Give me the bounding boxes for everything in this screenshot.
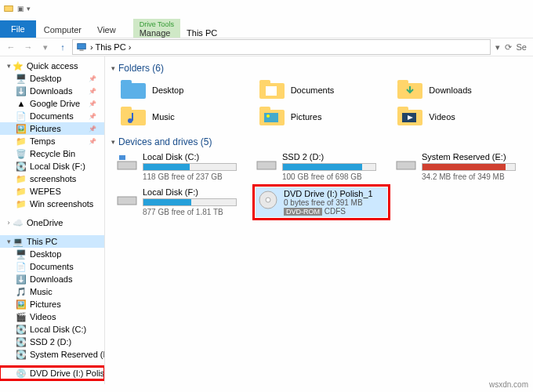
caret-down-icon[interactable]: ▾ bbox=[111, 138, 115, 146]
navigation-pane: ▾ ⭐ Quick access 🖥️Desktop ⬇️Downloads ▲… bbox=[0, 56, 105, 384]
dropdown-icon[interactable]: ▾ bbox=[495, 42, 500, 53]
sidebar-onedrive[interactable]: ›☁️OneDrive bbox=[0, 216, 104, 229]
quick-access-toolbar: ▣ ▾ bbox=[17, 5, 31, 13]
nav-recent-dropdown[interactable]: ▾ bbox=[38, 39, 53, 55]
sidebar-pc-documents[interactable]: 📄Documents bbox=[0, 260, 104, 273]
tab-computer[interactable]: Computer bbox=[36, 22, 89, 38]
sidebar-pc-ssd2[interactable]: 💽SSD 2 (D:) bbox=[0, 336, 104, 348]
sidebar-pc-videos[interactable]: 🎬Videos bbox=[0, 310, 104, 323]
folder-desktop[interactable]: Desktop bbox=[119, 78, 250, 102]
svg-rect-19 bbox=[397, 107, 408, 111]
sidebar-quick-access[interactable]: ▾ ⭐ Quick access bbox=[0, 60, 104, 72]
sidebar-item-desktop[interactable]: 🖥️Desktop bbox=[0, 72, 104, 85]
sidebar-item-temps[interactable]: 📁Temps bbox=[0, 135, 104, 147]
sidebar-item-documents[interactable]: 📄Documents bbox=[0, 110, 104, 122]
caret-down-icon[interactable]: ▾ bbox=[5, 62, 13, 70]
nav-back-button[interactable]: ← bbox=[3, 39, 19, 55]
drive-sysreserved[interactable]: System Reserved (E:) 34.2 MB free of 349… bbox=[395, 152, 527, 181]
sidebar-pc-localdisk-c[interactable]: 💽Local Disk (C:) bbox=[0, 323, 104, 336]
usage-bar bbox=[282, 163, 376, 171]
search-label[interactable]: Se bbox=[517, 42, 527, 53]
sidebar-pc-music[interactable]: 🎵Music bbox=[0, 285, 104, 298]
pc-icon bbox=[76, 42, 87, 53]
tab-manage[interactable]: Manage bbox=[140, 28, 174, 38]
star-icon: ⭐ bbox=[13, 60, 24, 71]
svg-rect-25 bbox=[397, 162, 415, 169]
caret-right-icon[interactable]: › bbox=[5, 219, 13, 227]
svg-rect-2 bbox=[79, 50, 83, 51]
sidebar-item-winscreenshots[interactable]: 📁Win screenshots bbox=[0, 198, 104, 210]
sidebar-item-recyclebin[interactable]: 🗑️Recycle Bin bbox=[0, 147, 104, 160]
group-drives[interactable]: ▾ Devices and drives (5) bbox=[111, 136, 527, 147]
folder-pictures[interactable]: Pictures bbox=[258, 105, 389, 129]
drive-icon: 💽 bbox=[16, 161, 27, 172]
usage-bar bbox=[143, 163, 237, 171]
qat-props-icon[interactable]: ▣ bbox=[17, 5, 24, 13]
tab-file[interactable]: File bbox=[0, 20, 36, 38]
sidebar-item-pictures[interactable]: 🖼️Pictures bbox=[0, 122, 104, 135]
attribution: wsxdn.com bbox=[489, 380, 528, 389]
svg-rect-9 bbox=[397, 80, 408, 85]
ribbon: File Computer View Drive Tools Manage Th… bbox=[0, 17, 533, 38]
svg-rect-16 bbox=[264, 113, 278, 122]
sidebar-pc-dvd[interactable]: 💿DVD Drive (I:) Polish bbox=[0, 367, 104, 379]
sidebar-this-pc[interactable]: ▾💻This PC bbox=[0, 235, 104, 248]
nav-up-button[interactable]: ↑ bbox=[55, 39, 71, 55]
sidebar-item-screenshots[interactable]: 📁screenshots bbox=[0, 172, 104, 185]
group-folders[interactable]: ▾ Folders (6) bbox=[111, 63, 527, 74]
svg-rect-26 bbox=[118, 197, 136, 205]
svg-rect-6 bbox=[259, 80, 270, 85]
sidebar-pc-pictures[interactable]: 🖼️Pictures bbox=[0, 298, 104, 310]
address-bar: ← → ▾ ↑ › This PC › ▾ ⟳ Se bbox=[0, 38, 533, 56]
nav-forward-button[interactable]: → bbox=[20, 39, 36, 55]
drive-local-c[interactable]: Local Disk (C:) 118 GB free of 237 GB bbox=[116, 152, 248, 181]
folder-icon: 📁 bbox=[16, 136, 27, 147]
pictures-icon: 🖼️ bbox=[16, 299, 27, 310]
folder-videos[interactable]: Videos bbox=[396, 105, 527, 129]
refresh-icon[interactable]: ⟳ bbox=[505, 42, 512, 53]
downloads-icon: ⬇️ bbox=[16, 274, 27, 285]
pc-icon: 💻 bbox=[13, 236, 24, 247]
drive-dvd[interactable]: DVD Drive (I:) Polish_1 0 bytes free of … bbox=[256, 187, 387, 217]
contextual-tab-drive-tools[interactable]: Drive Tools Manage bbox=[133, 19, 180, 38]
folder-icon: 📁 bbox=[16, 173, 27, 184]
sidebar-item-wepes[interactable]: 📁WEPES bbox=[0, 185, 104, 198]
drive-local-f[interactable]: Local Disk (F:) 877 GB free of 1.81 TB bbox=[116, 187, 248, 217]
sidebar-pc-sysreserved[interactable]: 💽System Reserved (E:) bbox=[0, 348, 104, 361]
downloads-icon: ⬇️ bbox=[16, 85, 27, 96]
desktop-folder-icon bbox=[119, 78, 147, 102]
folder-music[interactable]: Music bbox=[119, 105, 250, 129]
hdd-icon bbox=[116, 152, 138, 174]
tab-view[interactable]: View bbox=[89, 22, 124, 38]
folder-downloads[interactable]: Downloads bbox=[396, 78, 527, 102]
svg-rect-13 bbox=[132, 113, 133, 121]
pictures-folder-icon bbox=[258, 105, 286, 129]
sidebar-item-localdisk-f[interactable]: 💽Local Disk (F:) bbox=[0, 160, 104, 172]
svg-point-17 bbox=[266, 114, 270, 118]
svg-rect-24 bbox=[257, 162, 276, 169]
hdd-icon bbox=[116, 187, 138, 209]
sidebar-pc-downloads[interactable]: ⬇️Downloads bbox=[0, 273, 104, 285]
caret-down-icon[interactable]: ▾ bbox=[111, 64, 115, 72]
hdd-icon bbox=[256, 152, 277, 174]
context-group-label: Drive Tools bbox=[140, 20, 174, 28]
dvd-rom-tag: DVD-ROM bbox=[284, 208, 322, 216]
folder-documents[interactable]: Documents bbox=[258, 78, 389, 102]
recyclebin-icon: 🗑️ bbox=[16, 148, 27, 159]
desktop-icon: 🖥️ bbox=[16, 249, 27, 260]
svg-point-28 bbox=[266, 198, 270, 202]
videos-folder-icon bbox=[396, 105, 424, 129]
sidebar-item-downloads[interactable]: ⬇️Downloads bbox=[0, 85, 104, 97]
sidebar-pc-desktop[interactable]: 🖥️Desktop bbox=[0, 248, 104, 260]
sidebar-item-googledrive[interactable]: ▲Google Drive bbox=[0, 97, 104, 110]
svg-rect-7 bbox=[266, 86, 277, 96]
svg-rect-23 bbox=[119, 155, 125, 160]
dvd-icon: 💿 bbox=[16, 368, 27, 379]
documents-icon: 📄 bbox=[16, 111, 27, 122]
caret-down-icon[interactable]: ▾ bbox=[5, 238, 13, 245]
svg-rect-11 bbox=[121, 107, 132, 111]
breadcrumb[interactable]: › This PC › bbox=[72, 39, 491, 55]
drive-ssd2[interactable]: SSD 2 (D:) 100 GB free of 698 GB bbox=[256, 152, 387, 181]
qat-dropdown-icon[interactable]: ▾ bbox=[27, 5, 31, 13]
svg-rect-4 bbox=[121, 80, 132, 85]
